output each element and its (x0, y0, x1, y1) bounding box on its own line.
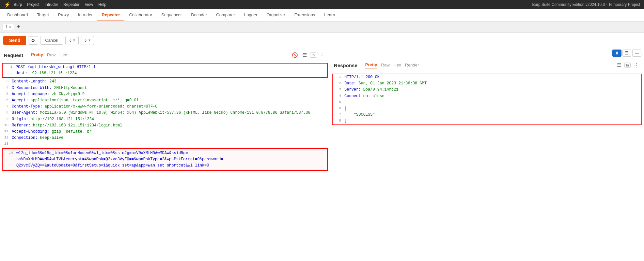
menu-repeater[interactable]: Repeater (63, 2, 79, 7)
main-content: Request Pretty Raw Hex 🚫 ☰ In ⋮ 1 POST /… (0, 48, 644, 261)
app-icon: ⚡ (4, 2, 10, 8)
response-panel: ⏸ ☰ — Response Pretty Raw Hex Render ☰ I… (330, 48, 644, 261)
nav-back-icon[interactable]: ‹ (68, 37, 72, 43)
repeater-tab-1[interactable]: 1 × (3, 24, 14, 30)
response-line-8: 8 ] (333, 118, 641, 124)
request-line-14: 14 wl2g_idx=6&wl5g_idx=0&wlanMode=0&wl_i… (5, 150, 325, 169)
view-split-icon[interactable]: ⏸ (612, 50, 621, 57)
response-tabs: Pretty Raw Hex Render (365, 62, 419, 68)
response-tools: ☰ In ⋮ (616, 62, 640, 69)
response-line-1: 1 HTTP/1.1 200 OK (333, 74, 641, 80)
view-minimize-icon[interactable]: — (632, 50, 641, 57)
response-tab-pretty[interactable]: Pretty (365, 62, 377, 68)
gear-button[interactable]: ⚙ (28, 36, 38, 45)
tab-organizer[interactable]: Organizer (262, 9, 290, 21)
request-code-area[interactable]: 1 POST /cgi-bin/skk_set.cgi HTTP/1.1 2 H… (0, 61, 330, 261)
tab-proxy[interactable]: Proxy (54, 9, 73, 21)
response-code-area[interactable]: 1 HTTP/1.1 200 OK 2 Date: Sun, 01 Jan 20… (330, 71, 644, 261)
request-tab-pretty[interactable]: Pretty (31, 52, 43, 58)
view-list-icon[interactable]: ☰ (622, 50, 631, 57)
menu-burp[interactable]: Burp (14, 2, 22, 7)
response-line-4: 4 Connection: close (333, 93, 641, 99)
menu-project[interactable]: Project (27, 2, 39, 7)
menu-dots-icon[interactable]: ⋮ (318, 51, 326, 59)
request-highlight-top: 1 POST /cgi-bin/skk_set.cgi HTTP/1.1 2 H… (2, 63, 328, 78)
list-icon[interactable]: ☰ (301, 51, 308, 59)
response-title: Response (334, 63, 357, 68)
nav-forward-dropdown[interactable]: ▼ (88, 38, 91, 42)
request-tab-raw[interactable]: Raw (47, 52, 55, 58)
in-icon[interactable]: In (310, 52, 316, 58)
view-mode-controls: ⏸ ☰ — (612, 50, 641, 57)
request-line-3: 3 Content-Length: 243 (0, 79, 330, 85)
response-panel-header: Response Pretty Raw Hex Render ☰ In ⋮ (330, 58, 644, 71)
tab-dashboard[interactable]: Dashboard (3, 9, 33, 21)
menu-help[interactable]: Help (98, 2, 106, 7)
add-tab-button[interactable]: + (15, 23, 22, 30)
nav-forward-icon[interactable]: › (84, 37, 88, 43)
request-line-5: 5 Accept-Language: zh-CN,zh;q=0.9 (0, 91, 330, 97)
response-tab-render[interactable]: Render (405, 63, 419, 68)
tab-logger[interactable]: Logger (240, 9, 262, 21)
eye-slash-icon[interactable]: 🚫 (291, 51, 299, 59)
nav-forward-group[interactable]: › ▼ (81, 36, 94, 45)
subtab-bar: 1 × + (0, 22, 644, 33)
request-title: Request (4, 52, 23, 58)
request-line-8: 8 User-Agent: Mozilla/5.0 (Windows NT 10… (0, 110, 330, 116)
response-line-2: 2 Date: Sun, 01 Jan 2023 21:36:38 GMT (333, 80, 641, 87)
send-button[interactable]: Send (3, 36, 26, 45)
request-highlight-body: 14 wl2g_idx=6&wl5g_idx=0&wlanMode=0&wl_i… (2, 148, 328, 171)
response-line-6: 6 [ (333, 106, 641, 112)
title-bar: ⚡ Burp Project Intruder Repeater View He… (0, 0, 644, 9)
tab-sequencer[interactable]: Sequencer (157, 9, 186, 21)
tab-comparer[interactable]: Comparer (212, 9, 240, 21)
tab-decoder[interactable]: Decoder (186, 9, 212, 21)
request-tabs: Pretty Raw Hex (31, 52, 67, 58)
response-line-3: 3 Server: Boa/0.94.14rc21 (333, 87, 641, 93)
tab-collaborator[interactable]: Collaborator (124, 9, 157, 21)
response-tab-hex[interactable]: Hex (394, 63, 401, 68)
response-list-icon[interactable]: ☰ (616, 62, 622, 69)
response-line-7: 7 "SUCCESS" (333, 112, 641, 118)
response-tab-raw[interactable]: Raw (381, 63, 390, 68)
request-tab-hex[interactable]: Hex (59, 52, 67, 58)
nav-back-dropdown[interactable]: ▼ (72, 38, 76, 42)
response-highlight-box: 1 HTTP/1.1 200 OK 2 Date: Sun, 01 Jan 20… (332, 74, 642, 125)
menu-intruder[interactable]: Intruder (45, 2, 58, 7)
menu-view[interactable]: View (85, 2, 93, 7)
window-title: Burp Suite Community Edition v2024.10.3 … (532, 2, 640, 7)
request-line-10: 10 Referer: http://192.168.121.151:1234/… (0, 123, 330, 129)
tab-target[interactable]: Target (33, 9, 54, 21)
tab-repeater[interactable]: Repeater (97, 9, 125, 21)
request-line-11: 11 Accept-Encoding: gzip, deflate, br (0, 129, 330, 135)
tab-extensions[interactable]: Extensions (290, 9, 320, 21)
main-tab-bar: Dashboard Target Proxy Intruder Repeater… (0, 9, 644, 22)
toolbar: Send ⚙ Cancel ‹ ▼ › ▼ (0, 33, 644, 48)
tab-learn[interactable]: Learn (320, 9, 339, 21)
nav-back-group[interactable]: ‹ ▼ (65, 36, 79, 45)
tab-intruder[interactable]: Intruder (73, 9, 97, 21)
request-line-6: 6 Accept: application/json, text/javascr… (0, 97, 330, 104)
subtab-label: 1 (6, 25, 8, 29)
subtab-close[interactable]: × (9, 25, 11, 29)
cancel-button[interactable]: Cancel (40, 36, 63, 45)
request-line-12: 12 Connection: keep-alive (0, 135, 330, 141)
request-line-7: 7 Content-Type: application/x-www-form-u… (0, 104, 330, 110)
request-tools: 🚫 ☰ In ⋮ (291, 51, 326, 59)
request-line-13: 13 (0, 141, 330, 147)
request-line-9: 9 Origin: http://192.168.121.151:1234 (0, 116, 330, 123)
request-line-4: 4 X-Requested-With: XMLHttpRequest (0, 85, 330, 91)
menu-bar[interactable]: Burp Project Intruder Repeater View Help (14, 2, 106, 7)
response-in-icon[interactable]: In (624, 63, 631, 68)
response-menu-icon[interactable]: ⋮ (633, 62, 640, 69)
request-panel-header: Request Pretty Raw Hex 🚫 ☰ In ⋮ (0, 48, 330, 61)
request-panel: Request Pretty Raw Hex 🚫 ☰ In ⋮ 1 POST /… (0, 48, 330, 261)
response-line-5: 5 (333, 99, 641, 106)
request-line-1: 1 POST /cgi-bin/skk_set.cgi HTTP/1.1 (4, 64, 326, 70)
request-line-2: 2 Host: 192.168.121.151:1234 (4, 70, 326, 77)
